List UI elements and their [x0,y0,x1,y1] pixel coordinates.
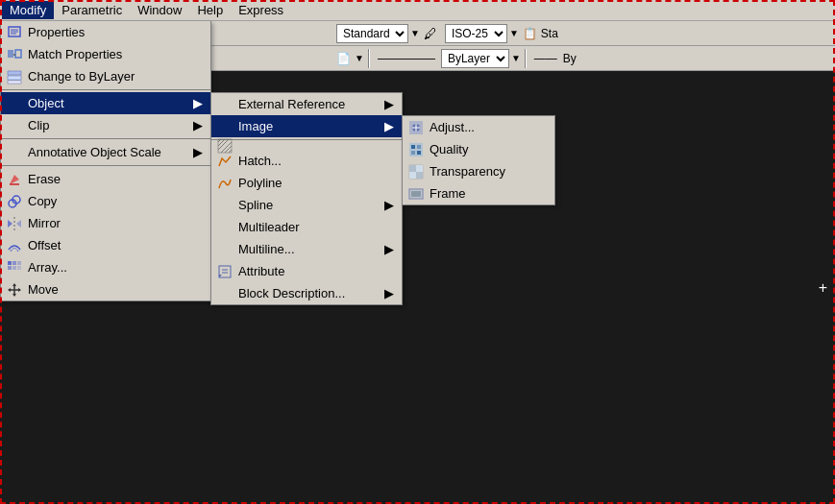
standard-select[interactable]: Standard [336,24,408,43]
svg-rect-9 [8,81,21,84]
spline-icon [215,176,234,191]
svg-rect-18 [417,151,421,155]
menu-item-array[interactable]: Array... [1,256,210,278]
mirror-icon [5,216,24,231]
array-icon [5,260,24,276]
move-label: Move [28,282,59,297]
properties-icon [5,25,24,40]
menu-item-move[interactable]: Move [1,278,210,300]
svg-rect-5 [15,50,21,58]
toolbar1-sta: Sta [541,27,558,40]
clip-label: Clip [28,118,49,132]
block-desc-icon [215,264,234,279]
object-arrow: ▶ [178,96,203,110]
annotative-arrow: ▶ [178,145,203,159]
menubar-item-express[interactable]: Express [231,1,291,19]
object-submenu: External Reference ▶ Image ▶ [210,92,403,305]
submenu-external-reference[interactable]: External Reference ▶ [211,93,402,115]
svg-rect-17 [411,151,415,155]
image-adjust[interactable]: Adjust... [403,116,554,138]
menu-item-match-properties[interactable]: Match Properties [1,43,210,65]
menubar-item-help[interactable]: Help [189,1,231,19]
image-frame[interactable]: Frame [403,182,554,204]
svg-rect-34 [219,266,231,277]
svg-rect-43 [8,261,12,265]
attribute-arrow: ▶ [369,242,394,256]
menu-item-offset[interactable]: Offset [1,234,210,256]
obj-separator-1 [211,139,402,140]
svg-rect-16 [417,145,421,149]
mirror-label: Mirror [28,216,61,230]
toolbar1-icon: 🖊 [424,26,437,41]
adjust-label: Adjust... [430,120,475,134]
attribute-label: Multiline... [238,242,295,256]
toolbar2-by: By [563,52,577,65]
toolbar1-icon2: 📋 [523,27,537,40]
submenu-spline[interactable]: Polyline [211,172,402,194]
menu-item-change-bylayer[interactable]: Change to ByLayer [1,65,210,87]
block-description-label: Attribute [238,264,284,278]
toolbar1-arrow2: ▼ [509,28,519,38]
submenu-hatch[interactable] [211,142,402,150]
match-properties-icon [5,47,24,62]
image-submenu: Adjust... [402,115,555,205]
svg-marker-52 [12,294,16,297]
bylayer-select-1[interactable]: ByLayer [441,49,509,68]
submenu-image[interactable]: Image ▶ [211,115,402,137]
menubar-item-modify[interactable]: Modify [2,1,54,19]
multiline-label: Multileader [238,220,300,234]
copy-label: Copy [28,194,57,208]
menubar-item-parametric[interactable]: Parametric [54,1,130,19]
toolbar-divider [368,49,370,68]
external-reference-label: External Reference [238,97,345,111]
svg-marker-53 [8,288,11,292]
svg-marker-54 [18,288,21,292]
clip-arrow: ▶ [178,118,203,132]
menu-item-object[interactable]: Object ▶ External Reference ▶ Image ▶ [1,92,210,114]
text-arrow: ▶ [369,286,394,300]
menu-item-erase[interactable]: Erase [1,168,210,190]
svg-rect-45 [17,261,21,265]
dropdown-container: Properties Match Properties Change to By… [0,21,211,301]
bylayer-line: ————— [378,52,435,65]
menu-item-mirror[interactable]: Mirror [1,212,210,234]
submenu-text[interactable]: Block Description... ▶ [211,282,402,304]
menu-item-properties[interactable]: Properties [1,21,210,43]
svg-marker-41 [8,220,12,228]
transparency-icon [406,164,426,180]
image-quality[interactable]: Quality [403,138,554,160]
svg-line-29 [218,139,225,146]
submenu-polyline[interactable]: Hatch... [211,150,402,172]
match-properties-label: Match Properties [28,47,122,61]
array-label: Array... [28,260,67,275]
menu-item-clip[interactable]: Clip ▶ [1,114,210,136]
move-icon [5,282,24,298]
toolbar-divider-2 [525,49,527,68]
iso-select[interactable]: ISO-25 [445,24,507,43]
text-label: Block Description... [238,286,345,300]
svg-rect-44 [12,261,16,265]
spline-label: Polyline [238,176,282,190]
submenu-multileader[interactable]: Spline ▶ [211,194,402,216]
svg-rect-24 [409,165,423,179]
svg-marker-51 [12,283,16,286]
quality-label: Quality [430,142,468,156]
offset-icon [5,238,24,253]
submenu-block-description[interactable]: Attribute [211,260,402,282]
polyline-icon [215,154,234,169]
multileader-arrow: ▶ [369,198,394,212]
submenu-attribute[interactable]: Multiline... ▶ [211,238,402,260]
image-transparency[interactable]: Transparency [403,160,554,182]
image-arrow: ▶ [369,119,394,133]
layer-icon: 📄 [336,52,351,65]
menu-item-annotative[interactable]: Annotative Object Scale ▶ [1,141,210,163]
menu-item-copy[interactable]: Copy [1,190,210,212]
submenu-multiline[interactable]: Multileader [211,216,402,238]
multileader-label: Spline [238,198,273,212]
polyline-label: Hatch... [238,154,282,168]
copy-icon [5,194,24,209]
menubar-item-window[interactable]: Window [130,1,189,19]
svg-rect-46 [8,266,12,270]
separator-2 [1,138,210,139]
transparency-label: Transparency [430,164,505,179]
